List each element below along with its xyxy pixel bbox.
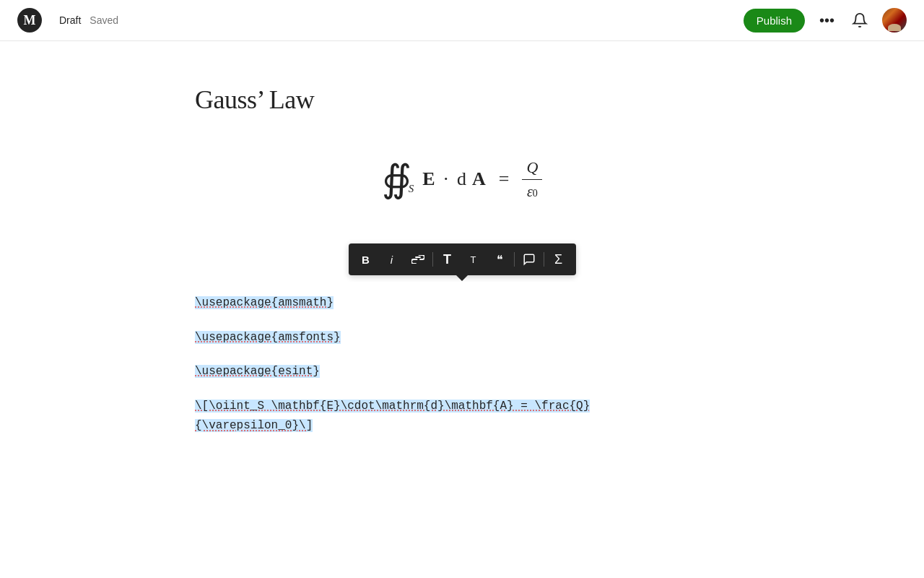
code-line-2: \usepackage{amsfonts} xyxy=(195,327,729,348)
double-integral-symbol: ∯ S xyxy=(382,160,414,198)
dot-product: · xyxy=(444,168,449,190)
link-button[interactable] xyxy=(405,243,431,275)
notifications-button[interactable] xyxy=(849,9,871,31)
math-button[interactable]: Σ xyxy=(546,243,572,275)
selected-text-4b[interactable]: {\varepsilon_0}\] xyxy=(195,419,313,432)
selected-text-2[interactable]: \usepackage{amsfonts} xyxy=(195,331,341,344)
selected-text-1[interactable]: \usepackage{amsmath} xyxy=(195,296,334,309)
toolbar-divider-1 xyxy=(432,252,433,267)
math-formula-container: ∯ S E · d A = Q ε0 xyxy=(195,144,729,215)
selected-text-3[interactable]: \usepackage{esint} xyxy=(195,365,320,378)
saved-label: Saved xyxy=(90,14,118,26)
heading-button[interactable]: T xyxy=(435,243,461,275)
medium-logo[interactable]: M xyxy=(17,8,42,33)
gauss-law-formula: ∯ S E · d A = Q ε0 xyxy=(382,158,543,200)
numerator-Q: Q xyxy=(522,158,542,180)
selected-text-4a[interactable]: \[\oiint_S \mathbf{E}\cdot\mathrm{d}\mat… xyxy=(195,400,590,413)
comment-icon xyxy=(523,253,536,266)
toolbar-divider-2 xyxy=(514,252,515,267)
more-icon: ••• xyxy=(819,12,834,29)
link-icon xyxy=(411,255,424,264)
toolbar-divider-3 xyxy=(544,252,544,267)
formatting-toolbar: B i T T ❝ Σ xyxy=(349,243,576,275)
bell-icon xyxy=(852,12,868,28)
quote-icon: ❝ xyxy=(497,253,502,267)
publish-button[interactable]: Publish xyxy=(744,9,805,33)
code-line-1: \usepackage{amsmath} xyxy=(195,293,729,313)
header-left: M Draft Saved xyxy=(17,8,118,33)
quote-button[interactable]: ❝ xyxy=(487,243,513,275)
header-right: Publish ••• xyxy=(744,8,907,33)
floating-toolbar-wrapper: B i T T ❝ Σ xyxy=(195,243,729,275)
bold-button[interactable]: B xyxy=(353,243,379,275)
header: M Draft Saved Publish ••• xyxy=(0,0,924,41)
user-avatar[interactable] xyxy=(882,8,907,33)
code-line-4: \[\oiint_S \mathbf{E}\cdot\mathrm{d}\mat… xyxy=(195,396,729,436)
subheading-button[interactable]: T xyxy=(461,243,487,275)
denominator-epsilon: ε0 xyxy=(523,181,542,200)
draft-label: Draft xyxy=(59,14,81,26)
article-title[interactable]: Gauss’ Law xyxy=(195,85,729,115)
comment-button[interactable] xyxy=(516,243,542,275)
equals-sign: = xyxy=(499,168,510,190)
main-content: Gauss’ Law ∯ S E · d A = Q ε0 xyxy=(195,41,729,493)
d-symbol: d xyxy=(457,168,466,190)
fraction-Q-epsilon: Q ε0 xyxy=(522,158,542,200)
more-options-button[interactable]: ••• xyxy=(816,9,837,32)
italic-button[interactable]: i xyxy=(379,243,405,275)
E-vector: E xyxy=(422,168,435,190)
A-vector: A xyxy=(472,168,486,190)
code-line-3: \usepackage{esint} xyxy=(195,361,729,381)
